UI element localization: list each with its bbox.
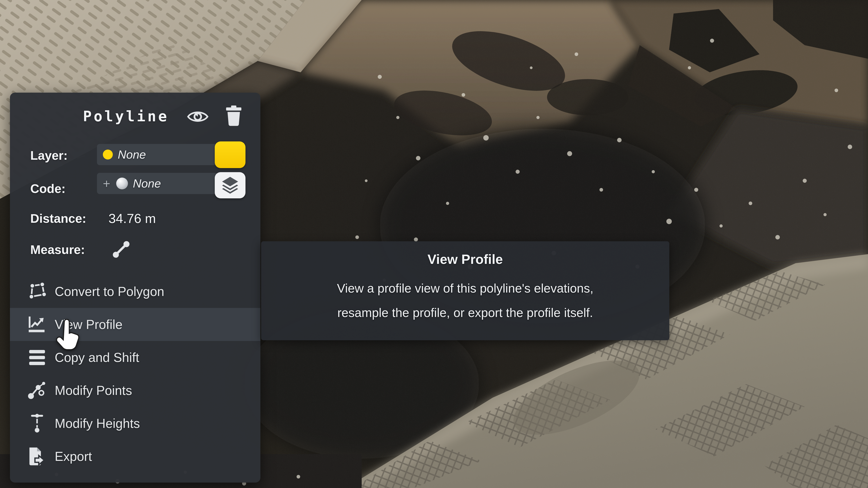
menu-item-label: Modify Points: [55, 383, 132, 398]
heights-icon: [26, 413, 48, 434]
panel-title: Polyline: [83, 108, 169, 125]
line-chart-icon: [26, 314, 48, 335]
delete-button[interactable]: [225, 105, 242, 127]
menu-item-label: Convert to Polygon: [55, 284, 164, 299]
points-icon: [26, 380, 48, 401]
code-select[interactable]: + None: [97, 173, 218, 194]
tooltip-title: View Profile: [261, 252, 669, 267]
code-layers-button[interactable]: [215, 172, 246, 198]
layer-select[interactable]: None: [97, 144, 218, 165]
segment-ruler-icon: [111, 239, 131, 260]
polyline-properties-panel: Polyline Layer: None Code: + None: [10, 93, 260, 483]
menu-item-convert-to-polygon[interactable]: Convert to Polygon: [10, 275, 260, 308]
measure-tool-button[interactable]: [111, 239, 131, 260]
distance-label: Distance:: [30, 211, 86, 226]
code-label: Code:: [30, 182, 66, 196]
menu-item-label: Export: [55, 449, 92, 464]
menu-item-modify-heights[interactable]: Modify Heights: [10, 407, 260, 440]
menu-item-label: Modify Heights: [55, 416, 140, 431]
menu-item-view-profile[interactable]: View Profile: [10, 308, 260, 341]
stacked-bars-icon: [26, 347, 48, 368]
tooltip-body-line: resample the profile, or export the prof…: [261, 300, 669, 325]
view-profile-tooltip: View Profile View a profile view of this…: [261, 241, 669, 340]
layers-icon: [220, 175, 240, 195]
code-value: None: [133, 177, 161, 190]
mouse-cursor: [54, 319, 81, 355]
distance-value: 34.76 m: [108, 211, 156, 226]
polyline-actions-menu: Convert to Polygon View Profile: [10, 275, 260, 473]
menu-item-export[interactable]: Export: [10, 440, 260, 473]
tooltip-body-line: View a profile view of this polyline's e…: [261, 276, 669, 300]
trash-icon: [225, 105, 242, 127]
layer-value: None: [118, 148, 146, 161]
code-color-dot-icon: [116, 177, 128, 189]
visibility-toggle-button[interactable]: [187, 109, 209, 124]
app-viewport: Polyline Layer: None Code: + None: [0, 0, 868, 488]
hand-pointer-icon: [54, 319, 81, 353]
eye-icon: [187, 109, 209, 124]
layer-label: Layer:: [30, 148, 68, 163]
layer-color-dot-icon: [103, 150, 113, 160]
menu-item-modify-points[interactable]: Modify Points: [10, 374, 260, 407]
export-icon: [26, 446, 48, 467]
measure-label: Measure:: [30, 242, 85, 257]
add-code-icon[interactable]: +: [103, 176, 110, 191]
polygon-icon: [26, 281, 48, 302]
layer-color-swatch-button[interactable]: [215, 141, 246, 168]
menu-item-copy-and-shift[interactable]: Copy and Shift: [10, 341, 260, 374]
